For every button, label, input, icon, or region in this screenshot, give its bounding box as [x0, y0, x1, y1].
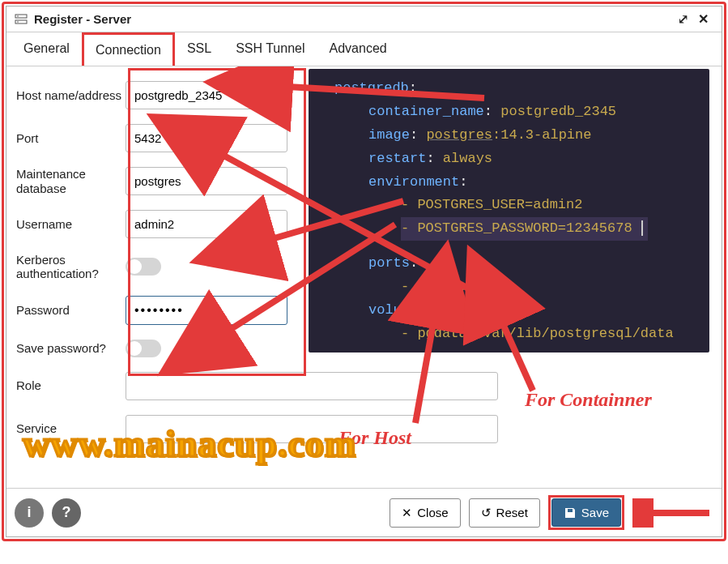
savepw-label: Save password? [16, 341, 126, 355]
dialog-title: Register - Server [34, 12, 673, 26]
kerberos-toggle[interactable] [126, 258, 161, 276]
maintdb-input[interactable] [126, 167, 287, 195]
role-label: Role [16, 378, 126, 392]
host-input[interactable] [126, 81, 287, 109]
info-button[interactable]: i [15, 498, 44, 528]
x-icon: ✕ [402, 506, 412, 520]
docker-compose-code: postgredb: container_name: postgredb_234… [309, 69, 709, 352]
maintdb-label: Maintenance database [16, 167, 126, 195]
reset-button[interactable]: ↺Reset [469, 498, 540, 528]
tab-general[interactable]: General [11, 32, 82, 66]
password-input[interactable] [126, 296, 287, 325]
port-input[interactable] [126, 124, 287, 152]
save-icon [564, 506, 577, 519]
tabs: General Connection SSL SSH Tunnel Advanc… [6, 32, 722, 66]
close-button[interactable]: ✕Close [390, 498, 460, 528]
reset-icon: ↺ [481, 506, 492, 520]
tab-advanced[interactable]: Advanced [317, 32, 399, 66]
server-icon [15, 13, 28, 26]
svg-point-2 [17, 15, 19, 17]
button-bar: i ? ✕Close ↺Reset Save [6, 488, 722, 536]
svg-rect-0 [15, 15, 27, 18]
kerberos-label: Kerberos authentication? [16, 253, 126, 281]
password-label: Password [16, 303, 126, 317]
dialog-body: Host name/address Port Maintenance datab… [6, 66, 722, 488]
titlebar: Register - Server ⤢ ✕ [6, 6, 722, 32]
tab-ssh-tunnel[interactable]: SSH Tunnel [224, 32, 317, 66]
service-label: Service [16, 421, 126, 435]
tab-connection[interactable]: Connection [82, 32, 175, 66]
svg-rect-1 [15, 20, 27, 24]
service-input[interactable] [126, 415, 498, 443]
close-icon[interactable]: ✕ [693, 11, 713, 27]
maximize-icon[interactable]: ⤢ [673, 11, 693, 27]
svg-point-3 [17, 21, 19, 23]
arrow-to-save [632, 498, 713, 528]
username-input[interactable] [126, 210, 287, 238]
host-label: Host name/address [16, 88, 126, 102]
screenshot-highlight-border: Register - Server ⤢ ✕ General Connection… [2, 2, 726, 541]
role-input[interactable] [126, 372, 498, 400]
savepw-toggle[interactable] [126, 340, 161, 357]
username-label: Username [16, 217, 126, 231]
port-label: Port [16, 131, 126, 145]
save-highlight: Save [548, 495, 624, 530]
register-server-dialog: Register - Server ⤢ ✕ General Connection… [6, 6, 722, 537]
help-button[interactable]: ? [52, 498, 81, 528]
save-button[interactable]: Save [551, 498, 621, 527]
tab-ssl[interactable]: SSL [175, 32, 224, 66]
